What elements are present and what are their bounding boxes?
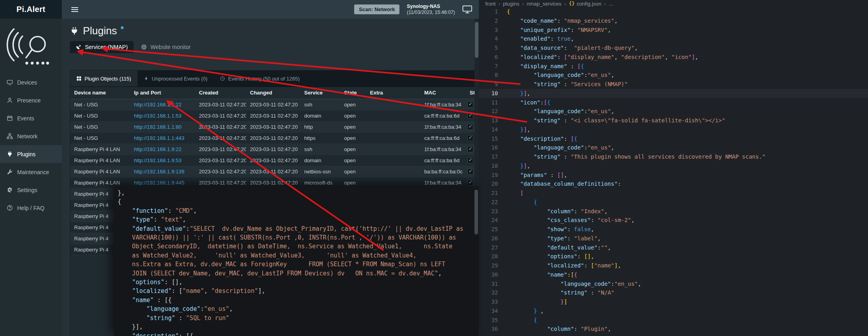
sidebar-item-help-faq[interactable]: Help / FAQ [0, 199, 62, 217]
panel-tab-events-history-50-out-of-1265[interactable]: Events History (50 out of 1265) [214, 71, 306, 86]
created-cell: 2023-03-11 02:47:20 [195, 155, 246, 166]
sidebar-item-presence[interactable]: Presence [0, 91, 62, 109]
sidebar-item-network[interactable]: Network [0, 127, 62, 145]
ip-port-link[interactable]: http://192.168.1.1:443 [134, 135, 185, 141]
breadcrumb-item-more[interactable]: ... [609, 1, 613, 7]
breadcrumb-item-nmap-services[interactable]: nmap_services [527, 1, 561, 7]
sidebar-item-events[interactable]: Events [0, 109, 62, 127]
editor-line[interactable]: 11 "icon":[{ [479, 98, 868, 107]
line-code: "string" : "N/A" [507, 288, 614, 297]
ip-port-link[interactable]: http://192.168.1.9:139 [134, 169, 185, 175]
line-number: 32 [483, 288, 498, 297]
ip-port-link[interactable]: http://192.168.1.9:53 [134, 157, 181, 163]
breadcrumb-item-plugins[interactable]: plugins [503, 1, 519, 7]
editor-line[interactable]: 21 [ [479, 189, 868, 198]
editor-line[interactable]: 3 "unique_prefix": "NMAPSRV", [479, 26, 868, 35]
editor-line[interactable]: 13 "string" : "<i class=\"fa-solid fa-sa… [479, 116, 868, 125]
editor-line[interactable]: 32 "string" : "N/A" [479, 288, 868, 297]
page-scrollbar-thumb[interactable] [475, 22, 478, 58]
tab-website-monitor[interactable]: Website monitor [135, 41, 197, 53]
breadcrumb-item-config-json[interactable]: {}config.json [569, 1, 602, 7]
sidebar-item-plugins[interactable]: Plugins [0, 145, 62, 163]
panel-tab-unprocessed-events-0[interactable]: Unprocessed Events (0) [138, 71, 214, 86]
editor-line[interactable]: 8 "language_code":"en_us", [479, 71, 868, 80]
sidebar-item-settings[interactable]: Settings [0, 181, 62, 199]
editor-line[interactable]: 34 } , [479, 307, 868, 316]
panel-tab-plugin-objects-115[interactable]: Plugin Objects (115) [70, 71, 138, 86]
line-number: 9 [483, 80, 498, 89]
editor-line[interactable]: 20 "database_column_definitions": [479, 179, 868, 189]
editor-line[interactable]: 19 "params" : [], [479, 171, 868, 180]
editor-line[interactable]: 22 { [479, 198, 868, 207]
editor-line[interactable]: 26 "type": "label", [479, 234, 868, 243]
sidebar-toggle-button[interactable] [69, 5, 81, 14]
ip-port-link[interactable]: http://192.168.1.1:53 [134, 113, 181, 119]
sidebar-item-maintenance[interactable]: Maintenance [0, 163, 62, 181]
ip-port-link[interactable]: http://192.168.1.1:80 [134, 124, 181, 130]
ip-port-link[interactable]: http://192.168.1.9:22 [134, 146, 181, 152]
column-header-service[interactable]: Service [300, 87, 340, 99]
editor-line[interactable]: 29 "localized": ["name"], [479, 261, 868, 270]
tab-services-nmap[interactable]: Services (NMAP) [70, 41, 134, 53]
editor-line[interactable]: 25 "show": false, [479, 225, 868, 234]
editor-line[interactable]: 18 }], [479, 161, 868, 171]
editor-line[interactable]: 15 "description": [{ [479, 134, 868, 143]
editor-line[interactable]: 35 { [479, 316, 868, 325]
status-checkbox[interactable] [467, 135, 473, 141]
extra-cell [366, 166, 420, 177]
editor-line[interactable]: 24 "css_classes": "col-sm-2", [479, 216, 868, 225]
nav-device-icon[interactable] [462, 5, 472, 14]
ip-port-link[interactable]: http://192.168.1.9:445 [134, 180, 185, 186]
editor-line[interactable]: 36 "column": "Plugin", [479, 324, 868, 334]
line-number: 20 [483, 179, 498, 189]
column-header-status[interactable]: Status [466, 87, 475, 99]
mac-cell: 1f:ba:ff:ca:ba:34 [420, 143, 466, 155]
editor-line[interactable]: 6 "localized": ["display_name", "descrip… [479, 53, 868, 62]
overlay-code-line: "localized": ["name", "description"], [118, 287, 479, 295]
editor-line[interactable]: 14 }], [479, 125, 868, 134]
brand-logo[interactable]: Pi.Alert [0, 0, 62, 19]
column-header-state[interactable]: State [340, 87, 366, 99]
editor-lines[interactable]: 1{2 "code_name": "nmap_services",3 "uniq… [479, 7, 868, 334]
breadcrumb-item-front[interactable]: front [485, 1, 496, 7]
editor-line[interactable]: 7 "display_name" : [{ [479, 62, 868, 71]
line-number: 5 [483, 43, 498, 53]
device-name-cell: Raspberry Pi 4 LAN [70, 143, 130, 155]
editor-line[interactable]: 23 "column": "Index", [479, 207, 868, 216]
breadcrumb[interactable]: front›plugins›nmap_services›{}config.jso… [479, 0, 868, 7]
column-header-device-name[interactable]: Device name [70, 87, 130, 99]
editor-line[interactable]: 16 "language_code":"en_us", [479, 143, 868, 152]
editor-line[interactable]: 28 "options": [], [479, 252, 868, 261]
editor-line[interactable]: 9 "string" : "Services (NMAP)" [479, 80, 868, 89]
status-checkbox[interactable] [467, 169, 473, 175]
status-checkbox[interactable] [467, 102, 473, 108]
column-header-ip-and-port[interactable]: Ip and Port [130, 87, 195, 99]
ip-port-link[interactable]: http://192.168.1.1:22 [134, 102, 181, 108]
status-checkbox[interactable] [467, 146, 473, 152]
line-code: }], [507, 161, 530, 171]
status-checkbox[interactable] [467, 124, 473, 130]
overlay-scrollbar[interactable] [474, 190, 478, 234]
column-header-created[interactable]: Created [195, 87, 246, 99]
status-checkbox[interactable] [467, 157, 473, 163]
editor-line[interactable]: 17 "string" : "This plugin shows all ser… [479, 152, 868, 161]
sidebar-item-devices[interactable]: Devices [0, 73, 62, 91]
editor-line[interactable]: 27 "default_value":"", [479, 243, 868, 252]
editor-line[interactable]: 33 }] [479, 297, 868, 307]
editor-line[interactable]: 10 }], [479, 89, 868, 98]
editor-line[interactable]: 30 "name":[{ [479, 270, 868, 279]
extra-cell [366, 121, 420, 132]
column-header-mac[interactable]: MAC [420, 87, 466, 99]
editor-line[interactable]: 1{ [479, 7, 868, 16]
status-checkbox[interactable] [467, 180, 473, 186]
editor-line[interactable]: 2 "code_name": "nmap_services", [479, 16, 868, 26]
column-header-changed[interactable]: Changed [246, 87, 300, 99]
column-header-extra[interactable]: Extra [366, 87, 420, 99]
status-checkbox[interactable] [467, 113, 473, 119]
editor-line[interactable]: 31 "language_code":"en_us", [479, 279, 868, 289]
editor-line[interactable]: 4 "enabled": true, [479, 34, 868, 43]
line-number: 29 [483, 261, 498, 270]
editor-line[interactable]: 12 "language_code":"en_us", [479, 107, 868, 116]
service-cell: https [300, 132, 340, 143]
editor-line[interactable]: 5 "data_source": "pialert-db-query", [479, 43, 868, 53]
